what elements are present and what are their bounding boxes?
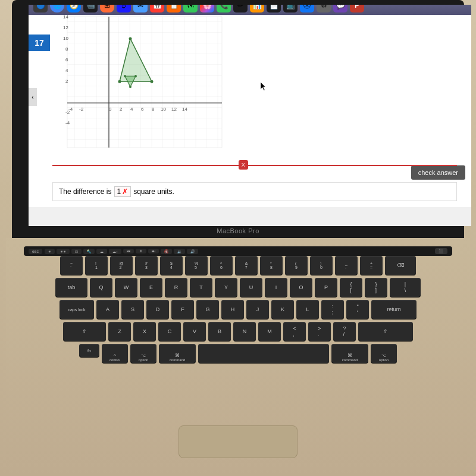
- key-quote[interactable]: "': [346, 300, 369, 319]
- key-tab[interactable]: tab: [55, 278, 87, 297]
- dock-icon-facetime2[interactable]: 📞: [217, 5, 231, 12]
- key-a[interactable]: A: [96, 300, 119, 319]
- dock-icon-bitcoin[interactable]: ₿: [117, 5, 131, 12]
- key-k[interactable]: K: [271, 300, 294, 319]
- key-9[interactable]: (9: [285, 256, 308, 275]
- key-3[interactable]: #3: [135, 256, 158, 275]
- key-shift-right[interactable]: ⇧: [358, 322, 413, 341]
- key-return[interactable]: return: [371, 300, 416, 319]
- key-1[interactable]: !1: [85, 256, 108, 275]
- key-m[interactable]: M: [258, 322, 281, 341]
- touch-bar[interactable]: esc ☀ ☀☀ ⊟ 🔦 ☁ ☁+ ⏮ ⏸ ⏭ 🔇 🔉 🔊 ⬛: [24, 246, 452, 256]
- touch-bar-f4[interactable]: 🔦: [83, 249, 95, 254]
- touch-bar-f1[interactable]: ☀: [45, 249, 55, 254]
- dock-icon-chrome[interactable]: 🌐: [50, 5, 64, 12]
- key-c[interactable]: C: [158, 322, 181, 341]
- key-minus[interactable]: _-: [335, 256, 358, 275]
- touch-bar-f11[interactable]: 🔉: [174, 249, 185, 254]
- key-g[interactable]: G: [196, 300, 219, 319]
- dock-icon-safari[interactable]: 🧭: [67, 5, 81, 12]
- key-b[interactable]: B: [208, 322, 231, 341]
- key-semicolon[interactable]: :;: [321, 300, 344, 319]
- key-t[interactable]: T: [190, 278, 212, 297]
- touch-bar-f6[interactable]: ☁+: [109, 249, 122, 254]
- key-control[interactable]: ^ control: [102, 344, 128, 363]
- key-h[interactable]: H: [221, 300, 244, 319]
- key-command-right[interactable]: ⌘ command: [331, 344, 368, 363]
- key-7[interactable]: &7: [235, 256, 258, 275]
- slider-area[interactable]: X: [52, 159, 457, 171]
- dock-icon-facetime[interactable]: 📹: [83, 5, 98, 12]
- key-o[interactable]: O: [290, 278, 312, 297]
- key-x[interactable]: X: [133, 322, 156, 341]
- key-j[interactable]: J: [246, 300, 269, 319]
- key-4[interactable]: $4: [160, 256, 183, 275]
- dock-icon-reminders[interactable]: 📋: [167, 5, 181, 12]
- dock-icon-maps[interactable]: 🗺: [183, 5, 198, 12]
- answer-input-box[interactable]: 1 ✗: [114, 186, 131, 197]
- dock-icon-calendar[interactable]: 📅: [150, 5, 164, 12]
- key-backtick[interactable]: ~`: [60, 256, 83, 275]
- key-0[interactable]: )0: [310, 256, 333, 275]
- touch-bar-f3[interactable]: ⊟: [71, 249, 82, 254]
- touch-bar-f2[interactable]: ☀☀: [57, 249, 70, 254]
- touch-bar-f12[interactable]: 🔊: [187, 249, 198, 254]
- key-backspace[interactable]: ⌫: [385, 256, 416, 275]
- key-backslash[interactable]: |\: [390, 278, 421, 297]
- dock-icon-numbers[interactable]: 📊: [250, 5, 264, 12]
- key-bracket-close[interactable]: }]: [365, 278, 387, 297]
- dock-icon-mail[interactable]: ✉: [133, 5, 148, 12]
- key-2[interactable]: @2: [110, 256, 133, 275]
- trackpad[interactable]: [178, 425, 298, 458]
- key-w[interactable]: W: [115, 278, 137, 297]
- dock-icon-appletv[interactable]: 📺: [283, 5, 298, 12]
- dock-icon-powerpoint[interactable]: P: [350, 5, 364, 12]
- slider-thumb[interactable]: X: [239, 160, 248, 170]
- key-5[interactable]: %5: [185, 256, 208, 275]
- key-r[interactable]: R: [165, 278, 187, 297]
- key-y[interactable]: Y: [215, 278, 237, 297]
- touch-bar-touchid[interactable]: ⬛: [435, 248, 447, 254]
- key-fn[interactable]: fn: [79, 344, 99, 357]
- key-space[interactable]: [198, 344, 329, 363]
- touch-bar-f9[interactable]: ⏭: [148, 249, 159, 253]
- dock-icon-systemprefs[interactable]: ⚙: [317, 5, 331, 12]
- key-option-left[interactable]: ⌥ option: [130, 344, 156, 363]
- key-d[interactable]: D: [146, 300, 169, 319]
- key-u[interactable]: U: [240, 278, 262, 297]
- key-p[interactable]: P: [315, 278, 337, 297]
- key-bracket-open[interactable]: {[: [340, 278, 362, 297]
- key-equals[interactable]: +=: [360, 256, 383, 275]
- key-option-right[interactable]: ⌥ option: [371, 344, 397, 363]
- dock-icon-finder[interactable]: 🔵: [33, 5, 48, 12]
- dock-icon-messenger[interactable]: 💬: [333, 5, 347, 12]
- touch-bar-f8[interactable]: ⏸: [136, 249, 146, 253]
- key-f[interactable]: F: [171, 300, 194, 319]
- touch-bar-esc[interactable]: esc: [29, 249, 42, 254]
- touch-bar-f10[interactable]: 🔇: [161, 249, 172, 254]
- key-s[interactable]: S: [121, 300, 144, 319]
- touch-bar-f5[interactable]: ☁: [96, 249, 107, 254]
- touch-bar-f7[interactable]: ⏮: [123, 249, 134, 253]
- key-z[interactable]: Z: [108, 322, 131, 341]
- key-caps-lock[interactable]: caps lock: [60, 300, 94, 319]
- key-i[interactable]: I: [265, 278, 287, 297]
- dock-icon-pages[interactable]: 📄: [267, 5, 281, 12]
- key-8[interactable]: *8: [260, 256, 283, 275]
- slider-track[interactable]: X: [52, 165, 457, 166]
- key-period[interactable]: >.: [308, 322, 331, 341]
- dock-icon-appstore[interactable]: Ⓐ: [300, 5, 314, 12]
- key-comma[interactable]: <,: [283, 322, 306, 341]
- key-slash[interactable]: ?/: [333, 322, 356, 341]
- key-command-left[interactable]: ⌘ command: [159, 344, 196, 363]
- key-l[interactable]: L: [296, 300, 319, 319]
- key-e[interactable]: E: [140, 278, 162, 297]
- dock-icon-launchpad[interactable]: ⊞: [100, 5, 114, 12]
- dock-icon-pencil[interactable]: ✏: [233, 5, 248, 12]
- key-6[interactable]: ^6: [210, 256, 233, 275]
- key-shift-left[interactable]: ⇧: [63, 322, 106, 341]
- key-q[interactable]: Q: [90, 278, 112, 297]
- left-arrow-button[interactable]: ‹: [29, 88, 37, 106]
- dock-icon-photos[interactable]: 🌸: [200, 5, 214, 12]
- key-n[interactable]: N: [233, 322, 256, 341]
